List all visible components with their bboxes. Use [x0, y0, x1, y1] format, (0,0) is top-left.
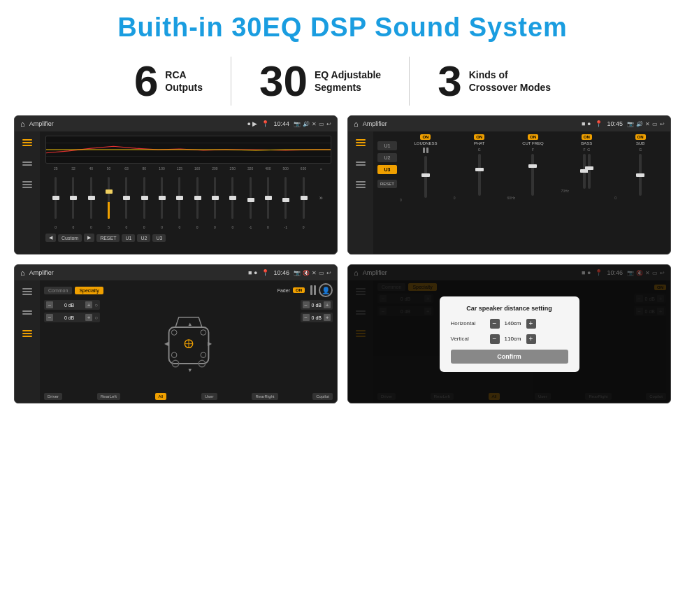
stat-number-eq: 30	[259, 59, 308, 103]
stat-eq: 30 EQ AdjustableSegments	[231, 59, 409, 103]
svg-point-10	[201, 329, 206, 335]
eq-slider-14[interactable]	[294, 173, 312, 222]
cutfreq-slider[interactable]	[531, 154, 534, 196]
fader-car-area: − 0 dB + ○ − 0 dB + ○	[44, 300, 333, 390]
svg-text:▼: ▼	[187, 367, 193, 373]
screen-dsp: ⌂ Amplifier ■ ● 📍 10:45 📷 🔊 ✕ ▭ ↩	[347, 115, 671, 255]
vertical-plus-btn[interactable]: +	[526, 334, 536, 344]
vol-plus-fl[interactable]: +	[85, 301, 92, 308]
loudness-slider[interactable]	[424, 156, 427, 198]
eq-slider-3[interactable]	[100, 173, 117, 222]
minimize-icon-fader: ▭	[319, 270, 324, 276]
eq-slider-13[interactable]	[277, 173, 294, 222]
eq-u3-btn[interactable]: U3	[152, 234, 166, 242]
vol-minus-fl[interactable]: −	[46, 301, 53, 308]
eq-slider-10[interactable]	[224, 173, 241, 222]
bass-on[interactable]: ON	[582, 134, 592, 140]
dsp-bass: ON BASS F G 70Hz	[561, 134, 612, 251]
fader-on-badge[interactable]: ON	[293, 287, 305, 293]
sub-on[interactable]: ON	[635, 134, 646, 140]
close-icon: ✕	[312, 121, 317, 127]
bass-slider-g[interactable]	[588, 154, 591, 189]
vol-plus-rr[interactable]: +	[324, 314, 331, 321]
btn-copilot[interactable]: Copilot	[312, 393, 333, 400]
eq-u1-btn[interactable]: U1	[122, 234, 135, 242]
eq-custom-btn[interactable]: Custom	[58, 234, 82, 242]
page-title: Buith-in 30EQ DSP Sound System	[0, 0, 685, 50]
eq-slider-1[interactable]	[64, 173, 82, 222]
btn-user[interactable]: User	[201, 393, 217, 400]
eq-reset-btn[interactable]: RESET	[96, 234, 120, 242]
cutfreq-on[interactable]: ON	[528, 134, 538, 140]
eq-slider-7[interactable]	[171, 173, 188, 222]
loudness-on[interactable]: ON	[420, 134, 431, 140]
phat-slider[interactable]	[478, 154, 481, 196]
sub-labels: 0	[614, 196, 666, 200]
vol-icon-fl: ○	[94, 302, 98, 308]
dsp-u1-btn[interactable]: U1	[377, 141, 397, 150]
eq-slider-9[interactable]	[206, 173, 224, 222]
close-icon-fader: ✕	[312, 270, 317, 276]
confirm-button[interactable]: Confirm	[451, 350, 568, 364]
eq-slider-8[interactable]	[189, 173, 206, 222]
eq-slider-4[interactable]	[117, 173, 135, 222]
home-icon-fader[interactable]: ⌂	[20, 268, 25, 277]
home-icon[interactable]: ⌂	[20, 120, 25, 128]
cutfreq-labels: 60Hz	[507, 196, 559, 200]
dsp-u2-btn[interactable]: U2	[377, 153, 397, 162]
vol-minus-rl[interactable]: −	[46, 314, 53, 321]
eq-prev-btn[interactable]: ◀	[45, 234, 56, 242]
btn-rearright[interactable]: RearRight	[252, 393, 277, 400]
home-icon-dsp[interactable]: ⌂	[354, 120, 359, 128]
btn-all[interactable]: All	[155, 393, 167, 400]
eq-slider-11[interactable]	[241, 173, 259, 222]
topbar-fader: ⌂ Amplifier ■ ● 📍 10:46 📷 🔇 ✕ ▭ ↩	[15, 265, 337, 280]
svg-text:◀: ◀	[164, 341, 168, 347]
stat-label-crossover: Kinds ofCrossover Modes	[469, 69, 551, 94]
eq-slider-5[interactable]	[136, 173, 153, 222]
eq-slider-2[interactable]	[82, 173, 100, 222]
freq-40: 40	[82, 166, 100, 171]
vertical-minus-btn[interactable]: −	[490, 334, 500, 344]
eq-slider-0[interactable]	[47, 173, 64, 222]
dsp-controls-area: ON LOUDNESS 0	[400, 134, 666, 251]
vertical-label: Vertical	[451, 336, 486, 342]
dsp-sidebar-wave[interactable]	[354, 158, 368, 169]
eq-main-area: 25 32 40 50 63 80 100 125 160 200 250 32…	[40, 131, 337, 254]
vol-minus-rr[interactable]: −	[303, 314, 310, 321]
fader-specialty-tab[interactable]: Specialty	[75, 287, 103, 294]
btn-driver[interactable]: Driver	[44, 393, 62, 400]
dsp-u3-btn[interactable]: U3	[377, 165, 397, 174]
eq-sidebar-speaker[interactable]	[20, 179, 34, 190]
eq-slider-6[interactable]	[153, 173, 171, 222]
vol-plus-rl[interactable]: +	[85, 314, 92, 321]
eq-sidebar-equalizer[interactable]	[20, 137, 34, 148]
fader-sidebar-speaker[interactable]	[20, 328, 34, 339]
eq-slider-12[interactable]	[259, 173, 277, 222]
horizontal-plus-btn[interactable]: +	[526, 319, 536, 329]
fader-label: Fader	[277, 288, 290, 293]
dsp-reset-btn[interactable]: RESET	[377, 180, 397, 188]
stat-crossover: 3 Kinds ofCrossover Modes	[410, 59, 579, 103]
eq-sidebar-wave[interactable]	[20, 158, 34, 169]
user-icon[interactable]: 👤	[319, 283, 333, 297]
phat-on[interactable]: ON	[474, 134, 484, 140]
eq-u2-btn[interactable]: U2	[137, 234, 150, 242]
freq-100: 100	[153, 166, 171, 171]
btn-rearleft[interactable]: RearLeft	[97, 393, 120, 400]
fader-sidebar-wave[interactable]	[20, 307, 34, 318]
sub-slider[interactable]	[639, 154, 642, 196]
dsp-sidebar-equalizer[interactable]	[354, 137, 368, 148]
camera-icon: 📷	[294, 121, 301, 127]
screen-fader: ⌂ Amplifier ■ ● 📍 10:46 📷 🔇 ✕ ▭ ↩	[14, 264, 338, 403]
horizontal-minus-btn[interactable]: −	[490, 319, 500, 329]
fader-common-tab[interactable]: Common	[44, 287, 72, 294]
vol-minus-fr[interactable]: −	[303, 301, 310, 308]
eq-play-btn[interactable]: ▶	[84, 234, 94, 242]
dsp-sidebar-speaker[interactable]	[354, 179, 368, 190]
bass-slider-f[interactable]	[583, 154, 586, 189]
vol-row-fr: − 0 dB +	[301, 300, 333, 310]
vol-plus-fr[interactable]: +	[324, 301, 331, 308]
stat-rca: 6 RCAOutputs	[106, 59, 231, 103]
fader-sidebar-equalizer[interactable]	[20, 286, 34, 297]
